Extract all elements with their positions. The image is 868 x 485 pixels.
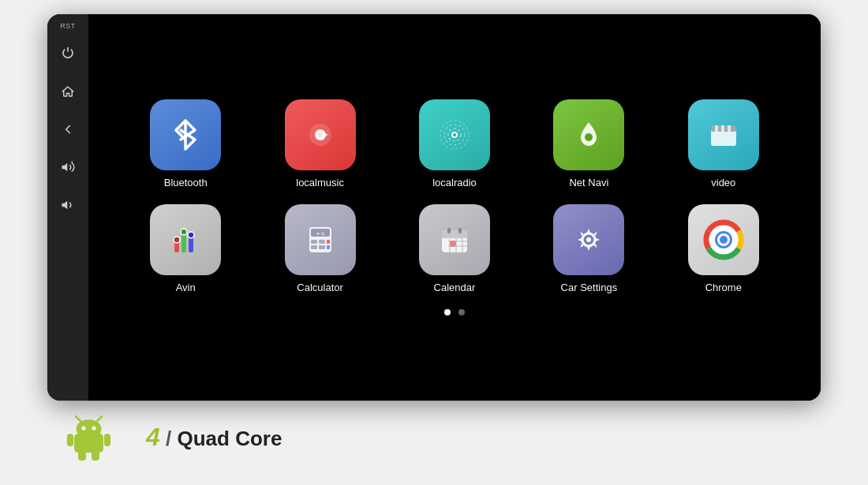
app-item-calculator[interactable]: + = Calculator — [262, 204, 377, 293]
localmusic-label: localmusic — [296, 177, 344, 188]
svg-point-43 — [450, 241, 456, 247]
svg-rect-19 — [181, 233, 186, 252]
chrome-label: Chrome — [705, 282, 742, 293]
carsettings-label: Car Settings — [561, 282, 618, 293]
svg-point-21 — [174, 237, 180, 243]
svg-point-22 — [181, 229, 187, 235]
svg-rect-28 — [327, 240, 330, 244]
app-item-video[interactable]: video — [666, 99, 781, 188]
video-label: video — [711, 177, 735, 188]
svg-rect-30 — [319, 245, 325, 249]
bluetooth-label: Bluetooth — [164, 177, 208, 188]
svg-point-51 — [77, 420, 102, 438]
svg-point-52 — [82, 427, 86, 431]
power-button[interactable] — [54, 39, 82, 68]
svg-line-54 — [76, 416, 80, 421]
svg-rect-57 — [104, 434, 110, 446]
svg-rect-41 — [447, 228, 451, 233]
svg-marker-2 — [62, 201, 68, 210]
avin-label: Avin — [176, 282, 196, 293]
android-logo — [63, 412, 114, 463]
svg-point-49 — [720, 236, 728, 244]
chrome-icon — [688, 204, 759, 275]
calendar-icon — [419, 204, 490, 275]
app-item-bluetooth[interactable]: Bluetooth — [128, 99, 243, 188]
svg-rect-42 — [458, 228, 462, 233]
carsettings-icon — [553, 204, 624, 275]
quad-core-slash: / — [166, 427, 171, 450]
volume-down-button[interactable] — [54, 191, 82, 219]
volume-up-button[interactable] — [54, 153, 82, 181]
svg-point-12 — [585, 133, 593, 141]
svg-rect-15 — [715, 125, 718, 132]
svg-rect-29 — [311, 245, 317, 249]
svg-point-23 — [188, 232, 194, 238]
pagination-dot-2[interactable] — [458, 309, 465, 315]
netnavi-label: Net Navi — [569, 177, 608, 188]
pagination — [444, 309, 465, 315]
quad-core-label: Quad Core — [178, 427, 282, 450]
calendar-label: Calendar — [434, 282, 476, 293]
svg-text:+  =: + = — [316, 231, 324, 237]
screen-area: Bluetooth localmusic — [88, 14, 821, 401]
svg-point-53 — [92, 427, 96, 431]
svg-marker-0 — [62, 163, 68, 172]
back-button[interactable] — [54, 115, 82, 144]
device-shell: RST — [47, 14, 821, 401]
app-item-carsettings[interactable]: Car Settings — [531, 204, 646, 293]
localradio-label: localradio — [432, 177, 477, 188]
app-item-localradio[interactable]: localradio — [397, 99, 512, 188]
localradio-icon — [419, 99, 490, 170]
svg-rect-20 — [189, 237, 193, 252]
video-icon — [688, 99, 759, 170]
svg-rect-58 — [78, 451, 86, 461]
netnavi-icon — [553, 99, 624, 170]
bluetooth-icon — [150, 99, 221, 170]
app-item-netnavi[interactable]: Net Navi — [531, 99, 646, 188]
svg-point-45 — [586, 237, 591, 242]
pagination-dot-1[interactable] — [444, 309, 451, 315]
svg-rect-31 — [327, 245, 330, 249]
app-item-avin[interactable]: Avin — [128, 204, 243, 293]
bottom-section: 4 / Quad Core — [0, 404, 868, 471]
localmusic-icon — [285, 99, 356, 170]
home-button[interactable] — [54, 77, 82, 106]
svg-point-11 — [453, 133, 456, 136]
side-controls: RST — [47, 14, 88, 401]
app-item-chrome[interactable]: Chrome — [666, 204, 781, 293]
svg-rect-35 — [442, 235, 467, 238]
rst-label: RST — [60, 22, 76, 30]
svg-rect-16 — [721, 125, 724, 132]
svg-rect-27 — [319, 240, 325, 244]
svg-rect-59 — [92, 451, 99, 461]
app-grid: Bluetooth localmusic — [112, 99, 797, 293]
quad-core-text: 4 / Quad Core — [146, 423, 282, 452]
calculator-icon: + = — [285, 204, 356, 275]
svg-line-55 — [97, 416, 102, 421]
app-item-localmusic[interactable]: localmusic — [262, 99, 377, 188]
app-item-calendar[interactable]: Calendar — [397, 204, 512, 293]
quad-core-number: 4 — [146, 423, 160, 451]
svg-rect-56 — [67, 434, 73, 446]
svg-rect-17 — [728, 125, 731, 132]
svg-rect-26 — [311, 240, 317, 244]
avin-icon — [150, 204, 221, 275]
calculator-label: Calculator — [297, 282, 343, 293]
